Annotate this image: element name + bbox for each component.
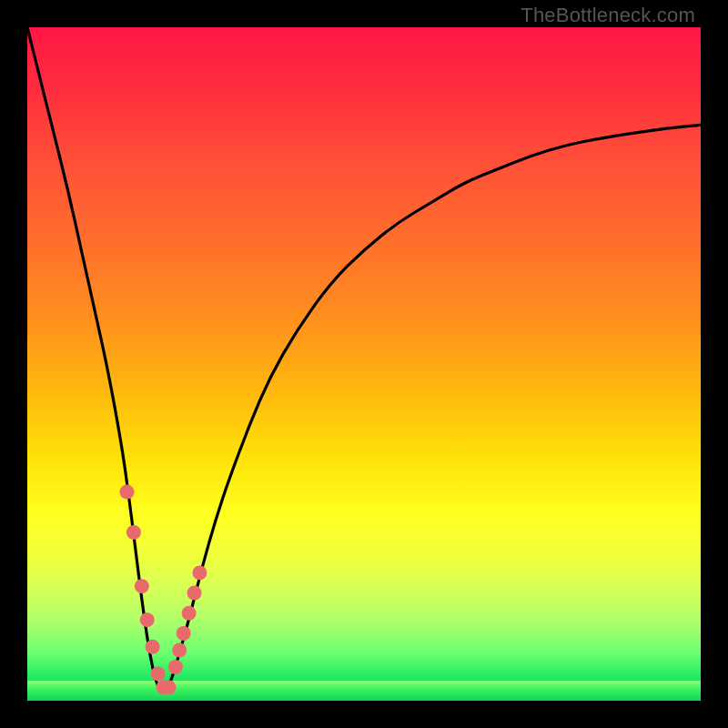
bead [172, 643, 187, 658]
watermark-text: TheBottleneck.com [521, 4, 695, 27]
bead [140, 612, 155, 627]
bead [126, 525, 141, 540]
bead [168, 660, 183, 674]
bead [135, 579, 149, 593]
bead [182, 606, 197, 621]
bead [187, 586, 202, 601]
bead [161, 680, 176, 694]
curve-svg [27, 27, 701, 701]
bead [151, 666, 166, 681]
bead [192, 565, 207, 580]
bead [146, 640, 160, 654]
bead [120, 485, 135, 500]
bead [177, 626, 191, 641]
bottleneck-curve [27, 27, 701, 692]
chart-frame: TheBottleneck.com [0, 0, 728, 728]
plot-area [27, 27, 701, 701]
